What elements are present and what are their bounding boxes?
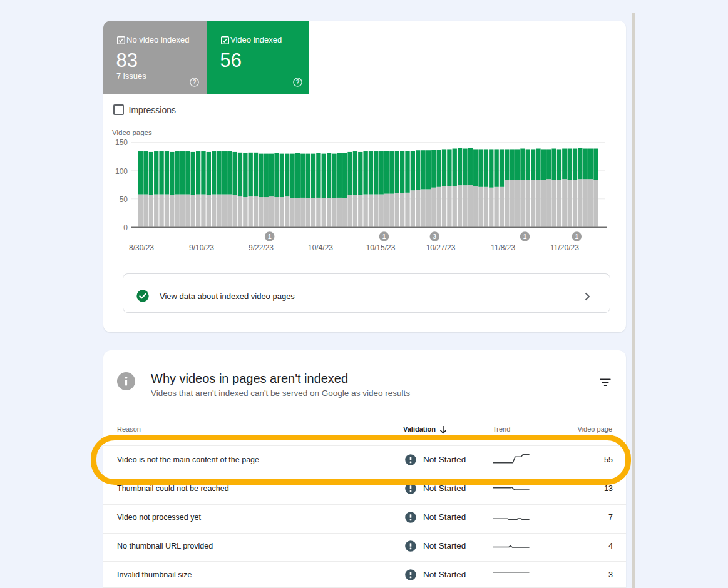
svg-text:1: 1 bbox=[382, 233, 386, 240]
svg-text:1: 1 bbox=[575, 233, 579, 240]
svg-text:?: ? bbox=[192, 79, 196, 86]
svg-text:0: 0 bbox=[123, 223, 128, 232]
svg-text:9/10/23: 9/10/23 bbox=[189, 243, 214, 252]
svg-text:50: 50 bbox=[120, 195, 128, 204]
svg-text:10/15/23: 10/15/23 bbox=[366, 243, 396, 252]
svg-text:?: ? bbox=[295, 79, 299, 86]
svg-text:11/8/23: 11/8/23 bbox=[491, 243, 515, 252]
svg-text:1: 1 bbox=[523, 233, 527, 240]
svg-text:3: 3 bbox=[433, 233, 437, 240]
svg-text:9/22/23: 9/22/23 bbox=[249, 243, 274, 252]
svg-text:100: 100 bbox=[115, 167, 128, 176]
svg-text:1: 1 bbox=[268, 233, 272, 240]
svg-text:150: 150 bbox=[115, 138, 128, 147]
svg-text:8/30/23: 8/30/23 bbox=[129, 243, 154, 252]
svg-text:11/20/23: 11/20/23 bbox=[550, 243, 579, 252]
svg-text:10/27/23: 10/27/23 bbox=[426, 243, 456, 252]
svg-text:10/4/23: 10/4/23 bbox=[308, 243, 333, 252]
svg-text:Video pages: Video pages bbox=[112, 129, 152, 136]
